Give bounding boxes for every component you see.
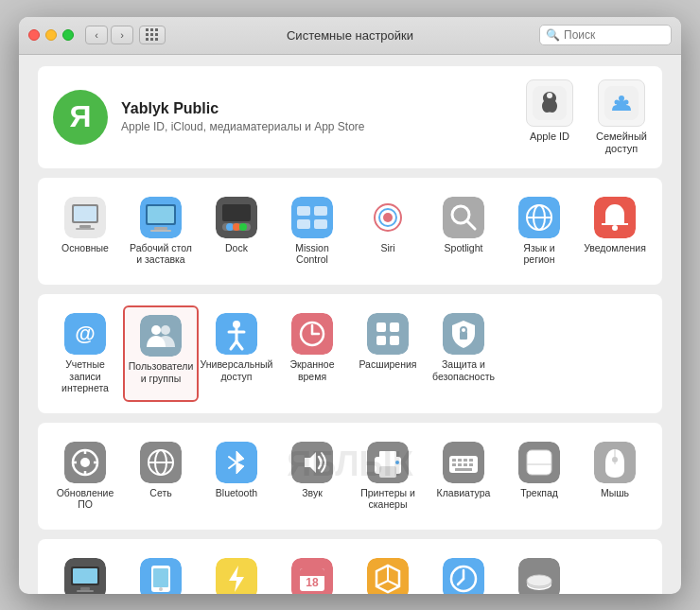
icon-label-language: Язык ирегион (523, 242, 554, 266)
icon-datetime: 18 (291, 558, 333, 593)
icon-label-desktop: Рабочий столи заставка (130, 242, 192, 266)
icon-item-energy[interactable]: Экономияэнергии (199, 550, 274, 593)
search-box[interactable]: 🔍 (539, 25, 672, 45)
icon-item-datetime[interactable]: 18Дата ивремя (274, 550, 350, 593)
svg-point-4 (619, 96, 624, 101)
svg-rect-86 (452, 459, 456, 462)
forward-button[interactable]: › (111, 26, 133, 44)
icon-spotlight (443, 197, 484, 238)
svg-rect-23 (297, 206, 310, 216)
icon-item-users[interactable]: Пользователии группы (123, 305, 199, 402)
profile-subtitle: Apple ID, iCloud, медиаматериалы и App S… (121, 120, 365, 133)
icon-item-notifications[interactable]: Уведомления (577, 189, 653, 273)
svg-rect-88 (464, 459, 467, 462)
apple-id-action[interactable]: Apple ID (526, 79, 573, 155)
icon-item-keyboard[interactable]: Клавиатура (426, 434, 501, 518)
icon-language (518, 197, 560, 238)
icon-item-network[interactable]: Сеть (123, 434, 199, 518)
icon-general (64, 197, 106, 238)
icon-item-general[interactable]: Основные (47, 189, 123, 273)
close-button[interactable] (28, 29, 40, 41)
icon-item-sharing[interactable]: Общийдоступ (350, 550, 426, 593)
icon-label-mission: MissionControl (295, 242, 329, 266)
icon-softwareupdate (64, 442, 106, 483)
icon-printers (367, 442, 409, 483)
content-area: Я Yablyk Public Apple ID, iCloud, медиам… (19, 55, 681, 594)
svg-rect-26 (314, 219, 327, 229)
svg-rect-108 (153, 568, 168, 587)
profile-section: Я Yablyk Public Apple ID, iCloud, медиам… (38, 66, 662, 168)
icon-item-security[interactable]: Защита ибезопасность (426, 305, 501, 402)
back-button[interactable]: ‹ (85, 26, 108, 44)
icon-item-spotlight[interactable]: Spotlight (426, 189, 501, 273)
icon-dock (216, 197, 257, 238)
svg-rect-57 (390, 322, 399, 332)
section-1: ОсновныеРабочий столи заставкаDockMissio… (38, 178, 662, 285)
sections-wrapper: ЯБЛЫК ОсновныеРабочий столи заставкаDock… (38, 178, 662, 594)
svg-rect-58 (376, 336, 386, 345)
icon-label-spotlight: Spotlight (445, 242, 483, 254)
svg-rect-92 (464, 463, 467, 466)
icon-timemachine (443, 558, 484, 593)
minimize-button[interactable] (45, 29, 57, 41)
svg-point-125 (527, 575, 551, 586)
icon-item-accessibility[interactable]: Универсальныйдоступ (199, 305, 274, 402)
icon-item-mission[interactable]: MissionControl (274, 189, 350, 273)
icon-item-language[interactable]: Язык ирегион (501, 189, 577, 273)
icon-item-dock[interactable]: Dock (199, 189, 274, 273)
section-3: ОбновлениеПОСетьBluetoothЗвукПринтеры ис… (38, 423, 662, 530)
svg-rect-89 (469, 459, 473, 462)
icon-item-siri[interactable]: Siri (350, 189, 426, 273)
profile-actions: Apple ID Семейныйдоступ (526, 79, 647, 155)
apple-id-icon (526, 79, 573, 127)
svg-rect-93 (469, 463, 473, 466)
svg-rect-81 (379, 466, 396, 478)
icon-accounts: @ (64, 313, 106, 355)
icon-desktop (140, 197, 182, 238)
search-input[interactable] (564, 28, 665, 42)
svg-point-44 (161, 325, 170, 335)
grid-view-button[interactable] (139, 26, 166, 44)
search-icon: 🔍 (546, 28, 560, 42)
icon-item-displays[interactable]: Мониторы (47, 550, 123, 593)
section2-grid: @Учетные записиинтернетаПользователии гр… (47, 305, 653, 402)
section4-grid: МониторыSidecarЭкономияэнергии18Дата ивр… (47, 550, 653, 593)
svg-point-39 (612, 225, 618, 231)
icon-mission (291, 197, 333, 238)
icon-item-desktop[interactable]: Рабочий столи заставка (123, 189, 199, 273)
icon-keyboard (443, 442, 484, 483)
avatar[interactable]: Я (53, 90, 108, 145)
icon-item-bluetooth[interactable]: Bluetooth (199, 434, 274, 518)
window-title: Системные настройки (287, 28, 413, 43)
svg-rect-21 (222, 204, 251, 221)
icon-item-accounts[interactable]: @Учетные записиинтернета (47, 305, 123, 402)
icon-item-sidecar[interactable]: Sidecar (123, 550, 199, 593)
svg-point-83 (395, 461, 399, 464)
icon-item-printers[interactable]: Принтеры исканеры (350, 434, 426, 518)
icon-sidecar (140, 558, 182, 593)
icon-startup (518, 558, 560, 593)
icon-extensions (367, 313, 409, 355)
icon-label-trackpad: Трекпад (520, 487, 558, 499)
maximize-button[interactable] (62, 29, 74, 41)
svg-point-3 (614, 99, 619, 104)
icon-users (140, 315, 182, 357)
svg-rect-31 (443, 197, 484, 238)
icon-item-startup[interactable]: Загрузочныйдиск (501, 550, 577, 593)
icon-item-screentime[interactable]: Экранноевремя (274, 305, 350, 402)
family-action[interactable]: Семейныйдоступ (596, 79, 647, 155)
profile-info: Yablyk Public Apple ID, iCloud, медиамат… (121, 100, 365, 133)
icon-item-timemachine[interactable]: TimeMachine (426, 550, 501, 593)
icon-notifications (594, 197, 636, 238)
apple-id-label: Apple ID (530, 131, 569, 143)
icon-item-softwareupdate[interactable]: ОбновлениеПО (47, 434, 123, 518)
icon-item-trackpad[interactable]: Трекпад (501, 434, 577, 518)
svg-rect-55 (367, 313, 409, 355)
svg-rect-87 (458, 459, 462, 462)
icon-item-mouse[interactable]: Мышь (577, 434, 653, 518)
icon-item-sound[interactable]: Звук (274, 434, 350, 518)
icon-label-network: Сеть (149, 487, 171, 499)
icon-item-extensions[interactable]: Расширения (350, 305, 426, 402)
nav-buttons: ‹ › (85, 26, 166, 44)
svg-point-1 (547, 93, 552, 98)
